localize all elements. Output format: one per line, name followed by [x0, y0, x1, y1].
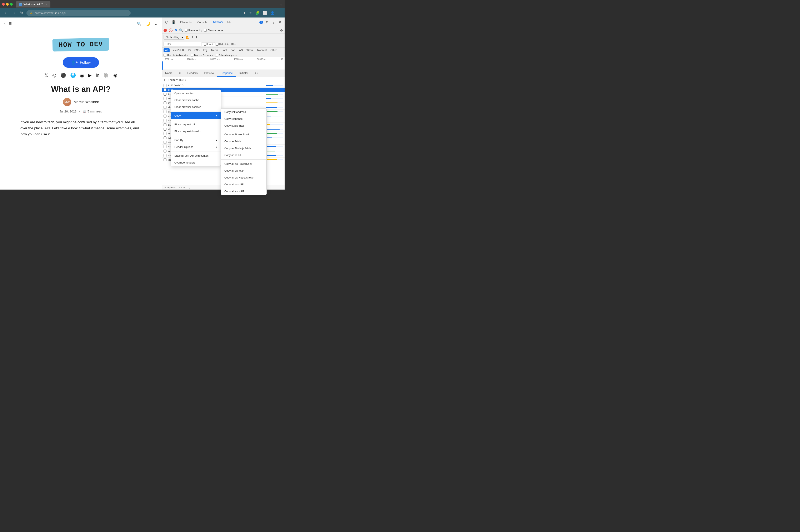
blocked-requests-label[interactable]: Blocked Requests	[191, 54, 213, 56]
blocked-requests-checkbox[interactable]	[191, 54, 193, 56]
instagram-icon[interactable]: ◎	[52, 73, 56, 78]
mastodon-icon[interactable]: 🐘	[103, 73, 109, 78]
context-sort-by[interactable]: Sort By ▶	[171, 137, 221, 144]
row-checkbox[interactable]	[164, 106, 167, 109]
devtools-settings-button[interactable]: ⚙	[265, 19, 269, 25]
context-override-headers[interactable]: Override headers	[171, 159, 221, 166]
tab-network[interactable]: Network	[211, 19, 225, 25]
row-checkbox[interactable]	[164, 132, 167, 135]
type-filter-all[interactable]: All	[164, 48, 170, 52]
row-checkbox[interactable]	[164, 115, 167, 117]
expand-icon[interactable]: ⌄	[154, 21, 157, 26]
blocked-cookies-label[interactable]: Has blocked cookies	[164, 54, 188, 56]
row-checkbox[interactable]	[164, 150, 167, 152]
third-party-label[interactable]: 3rd-party requests	[215, 54, 237, 56]
copy-all-as-har[interactable]: Copy all as HAR	[221, 188, 266, 190]
type-filter-media[interactable]: Media	[210, 48, 220, 52]
context-block-url[interactable]: Block request URL	[171, 121, 221, 128]
github-icon[interactable]: ⚫	[60, 73, 66, 78]
copy-all-as-curl[interactable]: Copy all as cURL	[221, 181, 266, 188]
copy-all-as-powershell[interactable]: Copy all as PowerShell	[221, 160, 266, 167]
preserve-log-checkbox[interactable]	[185, 29, 188, 32]
blocked-cookies-checkbox[interactable]	[164, 54, 166, 56]
tab-headers[interactable]: Headers	[184, 70, 201, 77]
menu-icon[interactable]: ⋮	[278, 11, 281, 15]
filter-input[interactable]	[164, 42, 201, 46]
address-input[interactable]: 🔒 how-to.dev/what-is-an-api	[26, 10, 131, 16]
row-checkbox[interactable]	[164, 84, 167, 87]
inspect-element-button[interactable]: ⬡	[164, 19, 169, 25]
globe-icon[interactable]: 🌐	[70, 73, 76, 78]
row-checkbox[interactable]	[164, 119, 167, 122]
copy-as-nodejs-fetch[interactable]: Copy as Node.js fetch	[221, 145, 266, 152]
bookmark-icon[interactable]: ☆	[249, 11, 252, 15]
author-name[interactable]: Marcin Wosinek	[74, 100, 99, 104]
filter-button[interactable]: ⚑	[174, 28, 177, 32]
type-filter-other[interactable]: Other	[269, 48, 278, 52]
copy-link-address[interactable]: Copy link address	[221, 109, 266, 115]
copy-all-as-fetch[interactable]: Copy all as fetch	[221, 167, 266, 174]
devtools-close-button[interactable]: ✕	[278, 19, 282, 25]
row-checkbox[interactable]	[164, 136, 167, 139]
rss-icon[interactable]: ◉	[113, 73, 117, 78]
row-checkbox[interactable]	[164, 97, 167, 100]
context-save-har[interactable]: Save all as HAR with content	[171, 152, 221, 159]
context-header-options[interactable]: Header Options ▶	[171, 144, 221, 150]
row-checkbox[interactable]	[164, 88, 167, 91]
copy-response[interactable]: Copy response	[221, 115, 266, 122]
dark-mode-icon[interactable]: 🌙	[146, 21, 150, 26]
youtube-icon[interactable]: ▶	[88, 73, 92, 78]
network-row[interactable]: 6238.6ee7a27b....	[162, 83, 285, 88]
tab-name[interactable]: Name	[162, 70, 176, 77]
type-filter-ws[interactable]: WS	[237, 48, 244, 52]
sidebar-icon[interactable]: ⬜	[263, 11, 267, 15]
profile-icon[interactable]: 👤	[270, 11, 274, 15]
close-button[interactable]	[2, 3, 5, 6]
network-settings-button[interactable]: ⚙	[280, 28, 283, 32]
page-menu-button[interactable]: ☰	[9, 22, 12, 26]
type-filter-css[interactable]: CSS	[193, 48, 201, 52]
context-clear-cache[interactable]: Clear browser cache	[171, 97, 221, 103]
hide-data-urls-checkbox[interactable]	[216, 43, 218, 45]
tab-elements[interactable]: Elements	[178, 19, 193, 25]
row-checkbox[interactable]	[164, 110, 167, 113]
copy-as-curl[interactable]: Copy as cURL	[221, 152, 266, 158]
copy-as-fetch[interactable]: Copy as fetch	[221, 138, 266, 145]
search-network-button[interactable]: 🔍	[179, 28, 183, 32]
tab-console[interactable]: Console	[195, 19, 209, 25]
hashnode-icon[interactable]: ◉	[80, 73, 84, 78]
search-icon[interactable]: 🔍	[137, 21, 141, 26]
context-copy[interactable]: Copy ▶	[171, 112, 221, 119]
context-clear-cookies[interactable]: Clear browser cookies	[171, 103, 221, 110]
row-checkbox[interactable]	[164, 141, 167, 144]
row-checkbox[interactable]	[164, 128, 167, 131]
type-filter-font[interactable]: Font	[220, 48, 228, 52]
row-checkbox[interactable]	[164, 158, 167, 161]
tab-preview[interactable]: Preview	[201, 70, 217, 77]
context-open-new-tab[interactable]: Open in new tab	[171, 90, 221, 97]
invert-checkbox[interactable]	[204, 43, 207, 45]
copy-all-as-nodejs-fetch[interactable]: Copy all as Node.js fetch	[221, 174, 266, 181]
back-button[interactable]: ←	[3, 10, 9, 16]
responsive-mode-button[interactable]: 📱	[171, 19, 176, 25]
type-filter-doc[interactable]: Doc	[229, 48, 236, 52]
new-tab-button[interactable]: +	[52, 1, 57, 7]
row-checkbox[interactable]	[164, 101, 167, 104]
minimize-button[interactable]	[6, 3, 9, 6]
tab-close-button[interactable]: ×	[46, 2, 47, 6]
row-checkbox[interactable]	[164, 123, 167, 126]
share-icon[interactable]: ⬆	[243, 11, 246, 15]
third-party-checkbox[interactable]	[215, 54, 218, 56]
tab-more[interactable]: >>	[252, 70, 262, 77]
disable-cache-checkbox[interactable]	[204, 29, 207, 32]
type-filter-manifest[interactable]: Manifest	[255, 48, 268, 52]
type-filter-fetch-xhr[interactable]: Fetch/XHR	[170, 48, 186, 52]
copy-as-powershell[interactable]: Copy as PowerShell	[221, 131, 266, 138]
record-button[interactable]	[164, 29, 167, 32]
context-block-domain[interactable]: Block request domain	[171, 128, 221, 135]
row-checkbox[interactable]	[164, 93, 167, 96]
tab-close-x[interactable]: ×	[176, 70, 184, 77]
type-filter-js[interactable]: JS	[186, 48, 192, 52]
fullscreen-button[interactable]	[10, 3, 13, 6]
page-back-button[interactable]: ‹	[4, 21, 5, 26]
